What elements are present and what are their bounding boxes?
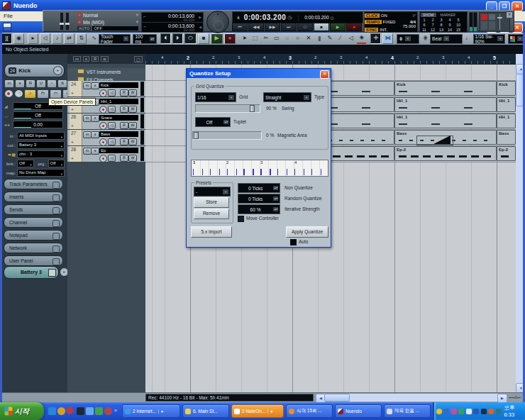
track-monitor-button[interactable]: ◁	[108, 89, 116, 96]
record-button[interactable]: ●	[346, 23, 362, 31]
play-tool-icon[interactable]: ◁	[346, 34, 355, 43]
track-solo-button[interactable]: s	[91, 148, 99, 155]
split-tool-icon[interactable]: ✂	[261, 34, 270, 43]
track-solo-button[interactable]: s	[91, 115, 99, 122]
snap-button[interactable]: ⇅	[76, 33, 87, 44]
zoom-tool-icon[interactable]: ○	[293, 34, 302, 43]
track-record-enable-button[interactable]	[99, 122, 107, 130]
nudge-palette-button[interactable]: ✛	[370, 33, 381, 44]
snap-onoff-icon[interactable]: ⋈	[382, 33, 393, 44]
quicklaunch-player-icon[interactable]	[104, 407, 112, 415]
goto-next-marker-button[interactable]: ⏵	[172, 33, 183, 44]
marker-panel[interactable]: SHOW MARKER 12345 678910 1112131415	[419, 11, 468, 33]
taskbar-button-internet-group[interactable]: 2 Internet...▼	[122, 404, 180, 418]
cycle-button[interactable]: ⬭	[297, 23, 313, 31]
tray-ime-icon[interactable]	[496, 409, 502, 414]
mute-button[interactable]: m	[4, 79, 14, 88]
goto-start-button[interactable]: ⏮	[232, 23, 248, 31]
track-row-kick[interactable]: 24+ m s Kick ◁ R W	[67, 81, 145, 97]
track-monitor-button[interactable]: ◁	[108, 138, 116, 145]
tray-graphics-icon[interactable]	[451, 409, 457, 414]
magnetic-slider-handle[interactable]	[194, 132, 199, 139]
show-inspector-button[interactable]: ▸	[28, 33, 38, 44]
channel-field[interactable]: chn : 3	[17, 150, 65, 158]
timewarp-tool-icon[interactable]: |||	[314, 34, 324, 43]
tray-shield-icon[interactable]	[443, 409, 449, 414]
rewind-button[interactable]: ◀◀	[248, 23, 264, 31]
open-device-panels-button[interactable]: 🗀	[37, 89, 49, 99]
stop-button[interactable]: ■	[314, 23, 329, 31]
constrain-compensation-button[interactable]: ◉	[13, 33, 24, 44]
track-write-button[interactable]: W	[128, 122, 137, 129]
inspector-section-user-panel[interactable]: User Panel	[4, 255, 63, 266]
taskbar-button-sikgaek[interactable]: 식객 15회 ...	[286, 404, 333, 418]
click-label[interactable]: CLICK	[365, 13, 380, 18]
track-write-button[interactable]: W	[128, 155, 137, 162]
iterative-strength-spinner[interactable]: 60 %	[238, 204, 280, 214]
remove-button[interactable]: Remove	[194, 209, 229, 219]
taskbar-button-untitled[interactable]: 제목 없음 ...	[384, 404, 431, 418]
preset-dropdown[interactable]: -	[194, 187, 231, 197]
midi-event-kick[interactable]: Kick	[497, 81, 516, 96]
menu-file[interactable]: File	[4, 13, 13, 19]
arrow-tool-icon[interactable]: ➤	[240, 34, 249, 43]
dialog-close-button[interactable]: ✕	[320, 70, 329, 79]
metronome-icon[interactable]: ♪	[52, 33, 62, 44]
track-write-button[interactable]: W	[128, 89, 137, 96]
quantize-setup-dialog[interactable]: Quantize Setup ✕ Grid Quantize 1/16 Grid…	[186, 68, 331, 248]
stop-button[interactable]: ■	[198, 33, 209, 44]
zoom-slider[interactable]	[507, 394, 523, 401]
automation-mode-dropdown[interactable]: Touch Fader	[99, 34, 131, 44]
auto-checkbox[interactable]: Auto	[290, 239, 308, 245]
quicklaunch-diamond-icon[interactable]	[65, 406, 74, 415]
inspector-section-inserts[interactable]: Inserts	[4, 192, 63, 202]
track-solo-button[interactable]: s	[91, 82, 99, 89]
line-tool-icon[interactable]: ∕	[336, 34, 345, 43]
track-read-button[interactable]: R	[120, 106, 128, 113]
instrument-icon[interactable]: ➨▦	[3, 152, 16, 157]
track-row-bass[interactable]: 27+ m s Bass ◁ R W	[67, 130, 145, 146]
tuplet-spinner[interactable]: Off	[195, 117, 231, 127]
tray-display-icon[interactable]	[473, 409, 479, 414]
horizontal-scrollbar[interactable]	[324, 394, 498, 402]
glue-tool-icon[interactable]: ▭	[272, 34, 281, 43]
marker-row-2[interactable]: 678910	[420, 23, 467, 28]
track-record-enable-button[interactable]	[99, 89, 107, 97]
global-read-icon[interactable]: R	[92, 56, 99, 62]
inspector-section-track-parameters[interactable]: Track Parameters	[4, 179, 63, 189]
inspector-section-notepad[interactable]: Notepad	[4, 230, 63, 241]
track-row-snare[interactable]: 26+ m s Snare ◁ R W	[67, 114, 145, 130]
track-name-field[interactable]: Snare	[99, 115, 138, 121]
color-tool-icon[interactable]: ◈	[357, 33, 366, 44]
show-overview-button[interactable]: ◁	[40, 33, 50, 44]
midi-event-ep2[interactable]: Ep-2	[497, 146, 516, 161]
transport-close-icon[interactable]: ✕	[506, 11, 513, 18]
inspector-section-channel[interactable]: Channel	[4, 217, 63, 228]
delay-field[interactable]: 0.00	[13, 121, 63, 128]
track-solo-button[interactable]: s	[91, 131, 99, 138]
input-routing-dropdown[interactable]: All MIDI Inputs	[17, 132, 65, 140]
quicklaunch-shield-icon[interactable]	[57, 407, 65, 415]
range-tool-icon[interactable]: ⬚	[250, 34, 260, 43]
global-mute-icon[interactable]: m	[73, 56, 81, 62]
cycle-button[interactable]: ⬭	[184, 33, 197, 44]
quicklaunch-messenger-icon[interactable]	[86, 407, 94, 415]
inspector-section-network[interactable]: Network	[4, 243, 63, 253]
program-field[interactable]: Off	[48, 160, 65, 167]
automation-state-row[interactable]: AUTO OFF	[77, 26, 138, 31]
tempo-value[interactable]: 75.000	[403, 24, 416, 28]
non-quantize-spinner[interactable]: 0 Ticks	[238, 183, 280, 193]
jog-center[interactable]	[214, 21, 223, 31]
global-solo-icon[interactable]: s	[83, 56, 89, 62]
dialog-titlebar[interactable]: Quantize Setup	[187, 69, 331, 78]
tray-chat-icon[interactable]	[458, 409, 464, 414]
type-dropdown[interactable]: Straight	[263, 92, 311, 102]
pan-field[interactable]: Off	[13, 111, 63, 119]
record-button[interactable]: ●	[224, 33, 236, 44]
left-locator-display[interactable]: ⌐ 0:00:13.600 00.000 ▶	[141, 12, 204, 23]
midi-event-kick[interactable]: Kick	[394, 81, 497, 96]
track-record-enable-button[interactable]	[99, 138, 107, 146]
track-list-menu-icon[interactable]: ▢	[134, 56, 143, 62]
midi-event-hh1[interactable]: HH_1	[497, 97, 516, 112]
track-record-enable-button[interactable]	[99, 155, 107, 162]
